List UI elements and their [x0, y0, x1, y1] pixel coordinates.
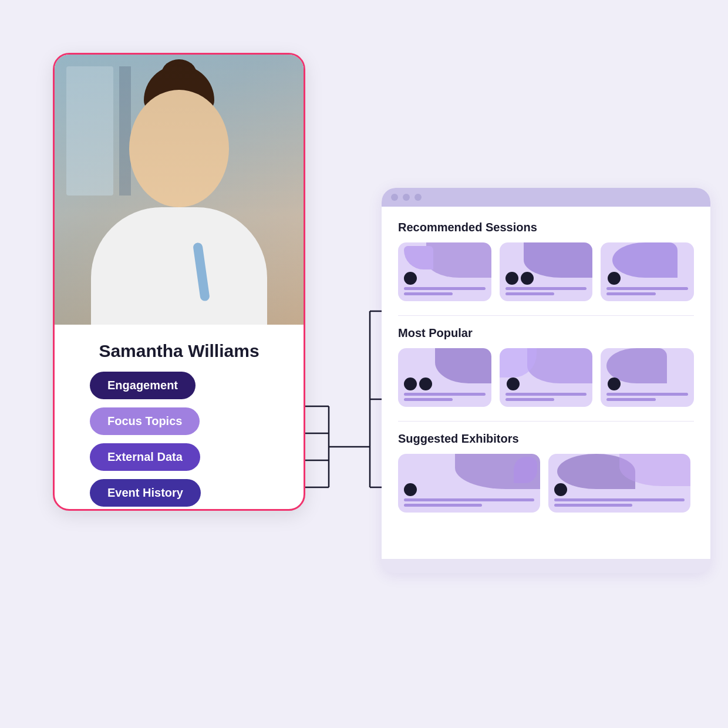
divider-1 [398, 315, 694, 316]
divider-2 [398, 421, 694, 422]
panel-content: Recommended Sessions [382, 207, 710, 559]
exhibitors-row [398, 454, 694, 513]
panel-dot-1 [391, 194, 398, 201]
tag-external-data[interactable]: External Data [90, 443, 200, 471]
tags-list: Engagement Focus Topics External Data Ev… [72, 372, 286, 507]
profile-info: Samantha Williams Engagement Focus Topic… [55, 325, 304, 511]
popular-card-2[interactable] [500, 348, 593, 407]
profile-card: Samantha Williams Engagement Focus Topic… [53, 53, 305, 511]
popular-card-3[interactable] [601, 348, 694, 407]
right-panel: Recommended Sessions [382, 188, 710, 573]
tag-focus-topics[interactable]: Focus Topics [90, 407, 200, 435]
section-title-recommended: Recommended Sessions [398, 221, 694, 234]
tag-event-history[interactable]: Event History [90, 479, 201, 507]
section-title-popular: Most Popular [398, 326, 694, 340]
panel-dot-3 [414, 194, 422, 201]
panel-dot-2 [403, 194, 410, 201]
popular-card-1[interactable] [398, 348, 491, 407]
profile-photo [55, 55, 304, 325]
section-title-exhibitors: Suggested Exhibitors [398, 432, 694, 446]
session-card-3[interactable] [601, 242, 694, 301]
session-card-1[interactable] [398, 242, 491, 301]
exhibitor-card-2[interactable] [548, 454, 690, 513]
panel-header-bar [382, 188, 710, 207]
popular-row [398, 348, 694, 407]
exhibitor-card-1[interactable] [398, 454, 540, 513]
recommended-sessions-row [398, 242, 694, 301]
profile-name: Samantha Williams [99, 341, 259, 361]
session-card-2[interactable] [500, 242, 593, 301]
tag-engagement[interactable]: Engagement [90, 372, 196, 399]
